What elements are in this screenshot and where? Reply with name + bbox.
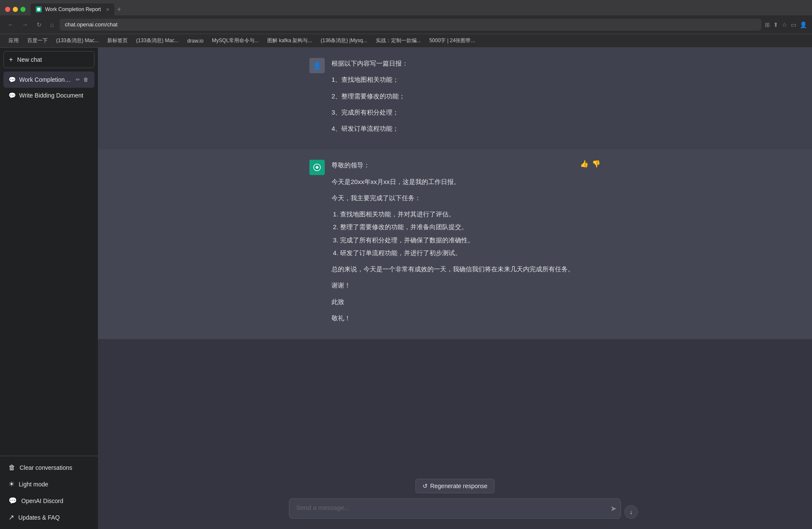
user-line-3: 3、完成所有积分处理； <box>332 107 600 118</box>
ai-avatar <box>309 160 325 175</box>
home-button[interactable]: ⌂ <box>48 20 56 29</box>
discord-button[interactable]: 💬 OpenAI Discord <box>3 492 94 509</box>
thumbs-down-button[interactable]: 👎 <box>592 160 600 168</box>
user-message-inner: 👤 根据以下内容写一篇日报： 1、查找地图相关功能； 2、整理需要修改的功能； … <box>289 58 621 139</box>
reload-button[interactable]: ↻ <box>34 20 44 29</box>
back-button[interactable]: ← <box>5 20 16 29</box>
bookmark-item-7[interactable]: 图解 kafka 架构与... <box>264 36 315 45</box>
ai-intro-2: 今天，我主要完成了以下任务： <box>332 193 600 204</box>
main-chat: 👤 根据以下内容写一篇日报： 1、查找地图相关功能； 2、整理需要修改的功能； … <box>98 48 812 529</box>
sidebar-chat-label-0: Work Completion Rep <box>19 76 71 83</box>
user-avatar: 👤 <box>309 58 325 73</box>
bookmark-item-5[interactable]: draw.io <box>184 37 207 45</box>
chat-icon: 💬 <box>9 76 16 83</box>
bookmark-item-1[interactable]: 百度一下 <box>24 36 51 45</box>
chat-icon-2: 💬 <box>9 92 16 99</box>
regen-icon: ↺ <box>423 483 428 489</box>
ai-thanks: 谢谢！ <box>332 280 600 291</box>
maximize-window-button[interactable] <box>20 7 26 12</box>
sidebar: + New chat 💬 Work Completion Rep ✏ 🗑 💬 W… <box>0 48 98 529</box>
sidebar-chat-label-1: Write Bidding Document <box>19 92 89 99</box>
new-chat-button[interactable]: + New chat <box>3 51 94 68</box>
reader-icon[interactable]: ⊞ <box>765 21 770 28</box>
chat-input[interactable] <box>289 498 621 519</box>
thumbs-up-button[interactable]: 👍 <box>580 160 589 168</box>
delete-chat-button[interactable]: 🗑 <box>83 76 89 83</box>
app: + New chat 💬 Work Completion Rep ✏ 🗑 💬 W… <box>0 48 812 529</box>
ai-message-content: 尊敬的领导： 👍 👎 今天是20xx年xx月xx日，这是我的工作日报。 今天，我… <box>332 160 600 329</box>
external-link-icon: ↗ <box>9 513 14 521</box>
ai-intro-1: 今天是20xx年xx月xx日，这是我的工作日报。 <box>332 176 600 187</box>
scroll-down-button[interactable]: ↓ <box>624 505 638 519</box>
trash-icon: 🗑 <box>9 464 15 472</box>
new-chat-label: New chat <box>17 56 42 63</box>
ai-actions: 👍 👎 <box>580 160 600 168</box>
minimize-window-button[interactable] <box>13 7 18 12</box>
ai-task-item-0: 查找地图相关功能，并对其进行了评估。 <box>340 209 600 220</box>
bookmark-item-8[interactable]: (136条消息) |Mysq... <box>317 36 370 45</box>
send-button[interactable]: ➤ <box>610 504 617 513</box>
sidebar-item-work-completion[interactable]: 💬 Work Completion Rep ✏ 🗑 <box>3 72 94 88</box>
light-mode-button[interactable]: ☀ Light mode <box>3 476 94 492</box>
ai-closing-2: 敬礼！ <box>332 313 600 324</box>
discord-icon: 💬 <box>9 497 17 505</box>
url-bar[interactable]: chat.openai.com/chat <box>60 19 761 31</box>
new-tab-button[interactable]: + <box>117 6 121 13</box>
bookmark-item-9[interactable]: 实战：定制一款编... <box>372 36 424 45</box>
forward-button[interactable]: → <box>20 20 31 29</box>
address-bar: ← → ↻ ⌂ chat.openai.com/chat ⊞ ⬆ ☆ ▭ 👤 <box>0 15 812 34</box>
plus-icon: + <box>9 56 13 63</box>
bookmark-item-4[interactable]: (133条消息) Mac... <box>133 36 182 45</box>
sidebar-item-write-bidding[interactable]: 💬 Write Bidding Document <box>3 88 94 103</box>
bookmark-item-2[interactable]: (133条消息) Mac... <box>53 36 102 45</box>
tab-close-button[interactable]: ✕ <box>106 7 109 12</box>
sidebar-bottom: 🗑 Clear conversations ☀ Light mode 💬 Ope… <box>0 456 98 529</box>
chat-actions: ✏ 🗑 <box>75 76 89 83</box>
address-icons: ⊞ ⬆ ☆ ▭ 👤 <box>765 21 807 28</box>
profile-icon[interactable]: 👤 <box>800 21 807 28</box>
user-message: 👤 根据以下内容写一篇日报： 1、查找地图相关功能； 2、整理需要修改的功能； … <box>98 48 812 150</box>
tab-bar: Work Completion Report ✕ + <box>0 0 812 15</box>
tab-favicon <box>36 6 42 12</box>
user-line-1: 1、查找地图相关功能； <box>332 74 600 85</box>
ai-message-header: 尊敬的领导： 👍 👎 <box>332 160 600 171</box>
ai-closing-1: 此致 <box>332 296 600 308</box>
ai-greeting: 尊敬的领导： <box>332 160 370 171</box>
ai-message: 尊敬的领导： 👍 👎 今天是20xx年xx月xx日，这是我的工作日报。 今天，我… <box>98 150 812 339</box>
bookmark-item-3[interactable]: 新标签页 <box>104 36 131 45</box>
sidebar-top: + New chat 💬 Work Completion Rep ✏ 🗑 💬 W… <box>0 48 98 456</box>
regenerate-button[interactable]: ↺ Regenerate response <box>415 479 495 493</box>
edit-chat-button[interactable]: ✏ <box>75 76 81 83</box>
input-area: ↺ Regenerate response ➤ ↓ <box>98 472 812 529</box>
user-line-0: 根据以下内容写一篇日报： <box>332 58 600 69</box>
url-text: chat.openai.com/chat <box>65 21 117 28</box>
tab-title: Work Completion Report <box>45 6 101 12</box>
input-row: ➤ ↓ <box>289 498 621 519</box>
ai-task-item-1: 整理了需要修改的功能，并准备向团队提交。 <box>340 221 600 233</box>
bookmarks-bar: 应用百度一下(133条消息) Mac...新标签页(133条消息) Mac...… <box>0 34 812 48</box>
sun-icon: ☀ <box>9 480 14 488</box>
updates-faq-button[interactable]: ↗ Updates & FAQ <box>3 509 94 526</box>
ai-message-inner: 尊敬的领导： 👍 👎 今天是20xx年xx月xx日，这是我的工作日报。 今天，我… <box>289 160 621 329</box>
share-icon[interactable]: ⬆ <box>773 21 778 28</box>
ai-task-list: 查找地图相关功能，并对其进行了评估。 整理了需要修改的功能，并准备向团队提交。 … <box>332 209 600 259</box>
clear-conversations-button[interactable]: 🗑 Clear conversations <box>3 460 94 476</box>
close-window-button[interactable] <box>5 7 10 12</box>
bookmark-item-6[interactable]: MySQL常用命令与... <box>209 36 262 45</box>
bookmark-item-0[interactable]: 应用 <box>5 36 22 45</box>
light-mode-label: Light mode <box>19 481 48 488</box>
ai-task-item-2: 完成了所有积分处理，并确保了数据的准确性。 <box>340 235 600 246</box>
sidebar-toggle-icon[interactable]: ▭ <box>791 21 796 28</box>
user-line-4: 4、研发订单流程功能； <box>332 123 600 134</box>
discord-label: OpenAI Discord <box>21 497 63 504</box>
updates-faq-label: Updates & FAQ <box>18 514 60 521</box>
bookmark-icon[interactable]: ☆ <box>782 21 787 28</box>
chat-messages: 👤 根据以下内容写一篇日报： 1、查找地图相关功能； 2、整理需要修改的功能； … <box>98 48 812 472</box>
regen-row: ↺ Regenerate response <box>108 479 802 493</box>
bookmark-item-10[interactable]: 5000字 | 24张图带... <box>426 36 479 45</box>
browser-chrome: Work Completion Report ✕ + ← → ↻ ⌂ chat.… <box>0 0 812 48</box>
ai-summary: 总的来说，今天是一个非常有成效的一天，我确信我们将在未来几天内完成所有任务。 <box>332 264 600 275</box>
regen-label: Regenerate response <box>430 483 488 489</box>
active-tab[interactable]: Work Completion Report ✕ <box>31 3 114 15</box>
user-message-content: 根据以下内容写一篇日报： 1、查找地图相关功能； 2、整理需要修改的功能； 3、… <box>332 58 600 139</box>
